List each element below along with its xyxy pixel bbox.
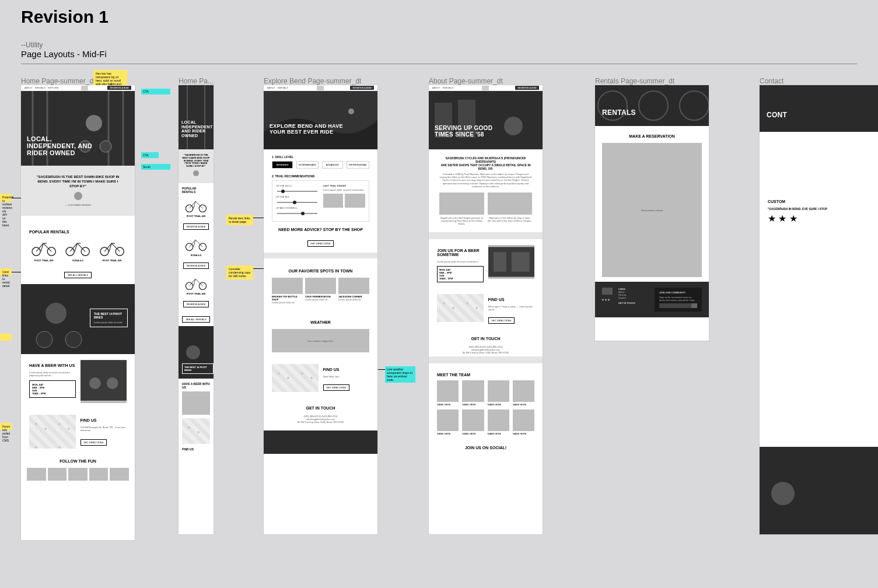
custom-title: CUSTOM <box>768 200 870 204</box>
spot-card[interactable]: JACKSONS CORNERLorem ipsum dolor sit. <box>338 278 369 304</box>
note-weather[interactable]: Live weather component drops in here via… <box>385 366 415 383</box>
slider[interactable] <box>277 213 317 214</box>
directions-button[interactable]: GET DIRECTIONS <box>81 439 107 446</box>
note-reviews[interactable]: Potential to surface reviews via API on … <box>0 194 12 202</box>
social-thumb[interactable] <box>89 468 109 481</box>
frame-label-about: About Page-summer_dt <box>429 77 503 85</box>
social-thumb[interactable] <box>68 468 88 481</box>
map-mb[interactable] <box>182 418 210 444</box>
advice-button[interactable]: GET DIRECTIONS <box>307 240 334 247</box>
team-member[interactable]: NAME HERE <box>462 380 484 406</box>
email-input[interactable] <box>659 303 691 308</box>
about-head1: SAGEBRUSH CYCLES AND SKJERSAA'S (PRONOUN… <box>446 156 526 163</box>
skill-option[interactable]: PROFESSIONAL <box>347 161 369 169</box>
artboard-about[interactable]: ABOUTRENTALS RESERVE A BIKE SERVING UP G… <box>429 85 543 534</box>
skill-option[interactable]: ADVANCED <box>322 161 343 169</box>
submit-button[interactable] <box>691 303 697 308</box>
reserve-button[interactable]: RESERVE A BIKE <box>183 262 209 269</box>
skill-option[interactable]: INTERMEDIATE <box>296 161 318 169</box>
rental-card[interactable]: PIVOT TRAIL 429 <box>29 239 58 261</box>
rental-card[interactable]: KONA 4.0 <box>63 239 92 261</box>
rental-card[interactable]: PIVOT TRAIL 429 RESERVE A BIKE <box>182 197 210 230</box>
spot-card[interactable]: BROKEN TOP BOTTLE SHOPLorem ipsum dolor … <box>272 278 303 304</box>
slider[interactable] <box>277 202 317 203</box>
team-member[interactable]: NAME HERE <box>513 410 534 435</box>
logo[interactable] <box>317 86 324 90</box>
nav-links[interactable]: ABOUTRENTALS <box>267 86 291 89</box>
frame-label-home-mb: Home Pa... <box>179 77 214 85</box>
rental-card[interactable]: PIVOT TRAIL 429 <box>97 239 127 261</box>
slider[interactable] <box>277 191 317 192</box>
reserve-button[interactable]: RESERVE A BIKE <box>183 301 209 307</box>
note-mb-rental[interactable]: Rental item links to detail page. <box>226 215 253 225</box>
hours-box: MON–SAT 9AM – 6PM SUN 10AM – 5PM <box>29 380 76 398</box>
directions-button[interactable]: GET DIRECTIONS <box>323 384 350 391</box>
reservation-embed[interactable]: Reservations embed <box>602 143 702 277</box>
reserve-button[interactable]: RESERVE A BIKE <box>183 223 209 230</box>
team-member[interactable]: NAME HERE <box>462 410 484 435</box>
social-thumb[interactable] <box>48 468 67 481</box>
findus-title: FIND US <box>81 418 127 422</box>
svg-point-16 <box>46 303 67 324</box>
note-hero-cta[interactable]: CTA <box>141 89 170 94</box>
frame-label-contact: Contact <box>760 77 783 85</box>
svg-point-8 <box>74 192 82 200</box>
frame-label-home-dt: Home Page-summer_dt <box>21 77 95 85</box>
see-all-button[interactable]: SEE ALL RENTALS <box>64 272 92 278</box>
note-hours[interactable]: Hours info pulled from CMS. <box>0 423 12 430</box>
team-member[interactable]: NAME HERE <box>437 410 459 435</box>
about-cap2: Skjersaa's is the oldest ski shop in tow… <box>488 216 533 222</box>
avatar-icon <box>74 192 82 200</box>
social-thumb[interactable] <box>27 468 46 481</box>
team-member[interactable]: NAME HERE <box>488 380 509 406</box>
rental-card[interactable]: KONA 4.0 RESERVE A BIKE <box>182 236 210 268</box>
note-rental-card[interactable]: Card links to rental detail. <box>0 268 12 275</box>
skill-option[interactable]: BEGINNER <box>272 161 293 169</box>
feature-card-title[interactable]: THE BEST 14 PIVOT BIKES <box>94 312 124 319</box>
map[interactable] <box>437 294 484 322</box>
note-skill[interactable]: Consider condensing copy for skill sorte… <box>226 265 253 279</box>
social-icon[interactable]: ◆ <box>602 298 604 301</box>
map[interactable] <box>29 415 76 449</box>
hero-explore: EXPLORE BEND AND HAVE YOUR BEST EVER RID… <box>264 91 377 149</box>
directions-button[interactable]: GET DIRECTIONS <box>488 317 515 324</box>
weather-title: WEATHER <box>272 320 369 324</box>
about-cap1: Sagebrush is the third largest purveyor … <box>439 216 484 225</box>
findus-sub: Open Mon–Sun <box>323 375 370 378</box>
hero-mb: LOCAL INDEPENDENT AND RIDER OWNED <box>179 85 214 149</box>
note-feature[interactable] <box>0 334 12 341</box>
header-divider <box>21 64 857 64</box>
logo[interactable] <box>482 86 489 90</box>
rental-card[interactable]: PIVOT TRAIL 429 RESERVE A BIKE <box>182 275 210 307</box>
note-scroll-1[interactable]: CTA <box>141 152 159 158</box>
artboard-rentals[interactable]: RENTALS MAKE A RESERVATION Reservations … <box>595 85 709 341</box>
spot-card[interactable]: CRUX FERMENTATIONLorem ipsum dolor sit. <box>305 278 336 304</box>
see-all-button[interactable]: SEE ALL RENTALS <box>182 316 209 323</box>
social-thumb[interactable] <box>110 468 129 481</box>
nav-cta[interactable]: RESERVE A BIKE <box>350 86 374 90</box>
nav-cta[interactable]: RESERVE A BIKE <box>107 86 131 90</box>
beer-body: Lorem ipsum dolor sit amet consectetur a… <box>29 371 76 377</box>
slider-label: UP THE BIG <box>276 195 319 198</box>
social-icon[interactable]: ◆ <box>605 298 607 301</box>
team-member[interactable]: NAME HERE <box>488 410 509 435</box>
artboard-contact[interactable]: CONT CUSTOM "SAGEBRUSH IN BEND. EVE SURE… <box>760 85 878 534</box>
hero-contact: CONT <box>760 85 878 132</box>
social-icon[interactable]: ◆ <box>608 298 610 301</box>
nav-cta[interactable]: RESERVE A BIKE <box>515 86 539 90</box>
hero-about: SERVING UP GOOD TIMES SINCE '58 <box>429 91 543 149</box>
team-member[interactable]: NAME HERE <box>513 380 534 406</box>
artboard-home-mb[interactable]: LOCAL INDEPENDENT AND RIDER OWNED "SAGEB… <box>179 85 214 534</box>
map[interactable] <box>272 364 319 392</box>
logo[interactable] <box>81 86 88 90</box>
artboard-home-dt[interactable]: ABOUTRENTALSEXPLORE RESERVE A BIKE LOCAL… <box>21 85 135 540</box>
svg-point-18 <box>65 331 82 348</box>
feature-card-mb[interactable]: THE BEST 14 PIVOT BIKES <box>182 363 214 374</box>
note-scroll-2[interactable]: Scroll <box>141 164 170 170</box>
nav-bar: ABOUTRENTALS RESERVE A BIKE <box>264 85 377 91</box>
svg-point-49 <box>771 482 795 505</box>
nav-links[interactable]: ABOUTRENTALSEXPLORE <box>25 86 61 89</box>
meet-team-title: MEET THE TEAM <box>437 373 534 377</box>
team-member[interactable]: NAME HERE <box>437 380 459 406</box>
artboard-explore[interactable]: ABOUTRENTALS RESERVE A BIKE EXPLORE BEND… <box>264 85 377 534</box>
